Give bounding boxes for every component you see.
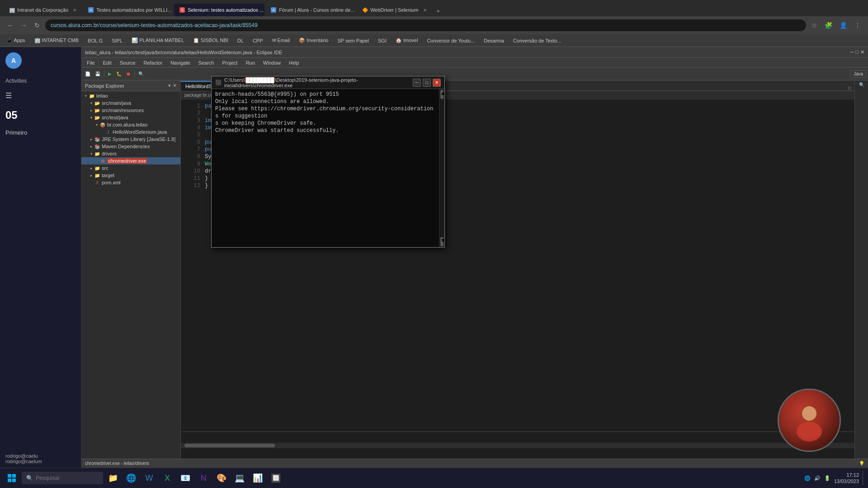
code-line-5: 5 [184, 132, 851, 139]
bookmark-desarma[interactable]: Desarma [481, 37, 507, 44]
alura-activities[interactable]: Activities [0, 74, 81, 88]
taskbar-app-misc3[interactable]: 🔲 [268, 470, 284, 486]
menu-run[interactable]: Run [242, 59, 259, 66]
tree-item-src[interactable]: ▸ 📁 src [81, 164, 180, 172]
tree-item-jre[interactable]: ▸ 📚 JRE System Library [JavaSE-1.8] [81, 136, 180, 143]
browser-tab-webdriver[interactable]: 🔶 WebDriver | Selenium ✕ [357, 4, 432, 16]
activities-label: Activities [5, 78, 27, 84]
tree-item-src-test-java[interactable]: ▾ 📂 src/test/java [81, 114, 180, 121]
menu-help[interactable]: Help [285, 59, 303, 66]
toolbar-new[interactable]: 📄 [83, 70, 92, 77]
editor-tab-pom-close[interactable]: ✕ [290, 84, 294, 88]
bookmark-bol[interactable]: BOL G [85, 37, 105, 44]
editor-maximize-icon[interactable]: □ [848, 85, 851, 90]
taskbar-app-outlook[interactable]: 📧 [177, 470, 193, 486]
toolbar-run[interactable]: ▶ [106, 70, 113, 77]
bookmark-conversor[interactable]: Conversor de Youtu... [424, 37, 477, 44]
bookmark-planilha[interactable]: 📊 PLANILHA MATBEL [129, 37, 187, 44]
toolbar-debug[interactable]: 🐛 [114, 70, 123, 77]
tree-item-chromedriver[interactable]: ⚙ chromedriver.exe [81, 157, 180, 164]
tree-label-helloword: HelloWordSelenium.java [113, 129, 167, 135]
bookmark-btn[interactable]: ☆ [810, 21, 819, 30]
editor-content[interactable]: 1 package br.com.alura.leilao; 2 3 impor… [181, 99, 854, 432]
back-btn[interactable]: ← [5, 21, 15, 30]
bookmark-cpp[interactable]: CPP [250, 37, 266, 44]
eclipse-close-btn[interactable]: ✕ [860, 49, 864, 55]
bookmark-sp[interactable]: SP sem Papel [335, 37, 372, 44]
tab-close-webdriver[interactable]: ✕ [423, 8, 427, 13]
taskbar-app-explorer[interactable]: 📁 [105, 470, 121, 486]
taskbar-app-misc2[interactable]: 📊 [250, 470, 266, 486]
forward-btn[interactable]: → [19, 21, 29, 30]
bookmark-email[interactable]: ✉ Email [269, 37, 293, 44]
outlook-icon: 📧 [180, 473, 190, 483]
tree-item-package[interactable]: ▾ 📦 br.com.alura.leilao [81, 121, 180, 128]
tree-item-leilao[interactable]: ▾ 📁 leilao [81, 92, 180, 99]
panel-close-icon[interactable]: ✕ [173, 83, 177, 89]
taskbar-app-chrome[interactable]: 🌐 [123, 470, 139, 486]
bookmark-sgi[interactable]: SGI [375, 37, 389, 44]
menu-source[interactable]: Source [116, 59, 139, 66]
toolbar-perspective-java[interactable]: Java [850, 70, 866, 78]
hamburger-icon[interactable]: ☰ [5, 91, 12, 100]
taskbar-app-onenote[interactable]: N [195, 470, 212, 486]
horizontal-scrollbar[interactable] [181, 443, 854, 448]
taskbar-app-misc1[interactable]: 💻 [231, 470, 248, 486]
scrollbar-thumb[interactable] [184, 444, 275, 447]
bookmark-intranet[interactable]: 🏢 INTARNET CMB [32, 37, 82, 44]
browser-tab-forum[interactable]: A Fórum | Alura - Cursos online de... ✕ [265, 4, 356, 16]
lesson-title: Primeiro [0, 127, 81, 142]
right-icon-1[interactable]: 🔍 [859, 82, 864, 87]
taskbar-search-input[interactable] [36, 475, 90, 481]
menu-search[interactable]: Search [195, 59, 218, 66]
tree-item-maven[interactable]: ▸ 📚 Maven Dependencies [81, 143, 180, 150]
toolbar-stop[interactable]: ⏹ [124, 70, 132, 77]
reload-btn[interactable]: ↻ [33, 21, 42, 30]
tree-item-src-main-java[interactable]: ▾ 📂 src/main/java [81, 99, 180, 107]
bookmark-apps[interactable]: 📱 Apps [4, 37, 28, 44]
panel-collapse-icon[interactable]: ▾ [168, 83, 171, 89]
menu-project[interactable]: Project [218, 59, 241, 66]
tree-item-helloword[interactable]: J HelloWordSelenium.java [81, 128, 180, 136]
bookmark-sipl[interactable]: SIPL [109, 37, 125, 44]
editor-tab-helloword[interactable]: HelloWordSelenium.java ✕ [181, 81, 251, 91]
bookmark-dl[interactable]: DL [235, 37, 246, 44]
taskbar-app-word[interactable]: W [141, 470, 157, 486]
browser-tab-intranet[interactable]: 🏢 Intranet da Corporação ✕ [4, 4, 82, 16]
menu-edit[interactable]: Edit [99, 59, 115, 66]
package-explorer-panel: Package Explorer ▾ ✕ ▾ 📁 leilao [81, 80, 181, 459]
new-tab-btn[interactable]: + [433, 6, 443, 16]
toolbar-save[interactable]: 💾 [93, 70, 102, 77]
menu-navigate[interactable]: Navigate [167, 59, 193, 66]
toolbar-search[interactable]: 🔍 [137, 70, 146, 77]
tree-item-pomxml[interactable]: X pom.xml [81, 179, 180, 186]
editor-tab-pom[interactable]: leilao/pom.xml ✕ [251, 81, 298, 91]
bookmark-inventario[interactable]: 📦 Inventário [296, 37, 331, 44]
menu-refactor[interactable]: Refactor [140, 59, 166, 66]
editor-tab-helloword-close[interactable]: ✕ [242, 84, 246, 89]
bookmark-imovel[interactable]: 🏠 Imovel [393, 37, 420, 44]
browser-tab-testes[interactable]: A Testes automatizados por WILLI... ✕ [83, 4, 173, 16]
eclipse-minimize-btn[interactable]: ─ [850, 49, 854, 55]
browser-tab-selenium[interactable]: S Selenium: testes automatizados ... ✕ [174, 4, 264, 16]
eclipse-maximize-btn[interactable]: □ [855, 49, 859, 55]
more-btn[interactable]: ⋮ [853, 21, 863, 30]
tab-close-intranet[interactable]: ✕ [73, 8, 76, 13]
tree-item-src-main-resources[interactable]: ▸ 📂 src/main/resources [81, 107, 180, 114]
line-num-5: 5 [184, 132, 200, 139]
taskbar-start-btn[interactable] [4, 470, 20, 486]
tree-item-target[interactable]: ▸ 📁 target [81, 172, 180, 179]
taskbar-search-box[interactable]: 🔍 [22, 472, 103, 484]
status-hint-icon: 💡 [859, 461, 864, 466]
tree-item-drivers[interactable]: ▾ 📁 drivers [81, 150, 180, 157]
extensions-btn[interactable]: 🧩 [823, 21, 834, 30]
taskbar-app-paint[interactable]: 🎨 [213, 470, 230, 486]
address-bar-input[interactable] [45, 19, 806, 31]
menu-file[interactable]: File [83, 59, 99, 66]
profile-btn[interactable]: 👤 [838, 21, 849, 30]
taskbar-show-desktop-btn[interactable] [863, 471, 864, 485]
menu-window[interactable]: Window [259, 59, 284, 66]
bookmark-conversao[interactable]: Conversão de Texto... [510, 37, 564, 44]
bookmark-sisbol[interactable]: 📋 SISBOL NBI [190, 37, 231, 44]
taskbar-app-excel[interactable]: X [159, 470, 175, 486]
